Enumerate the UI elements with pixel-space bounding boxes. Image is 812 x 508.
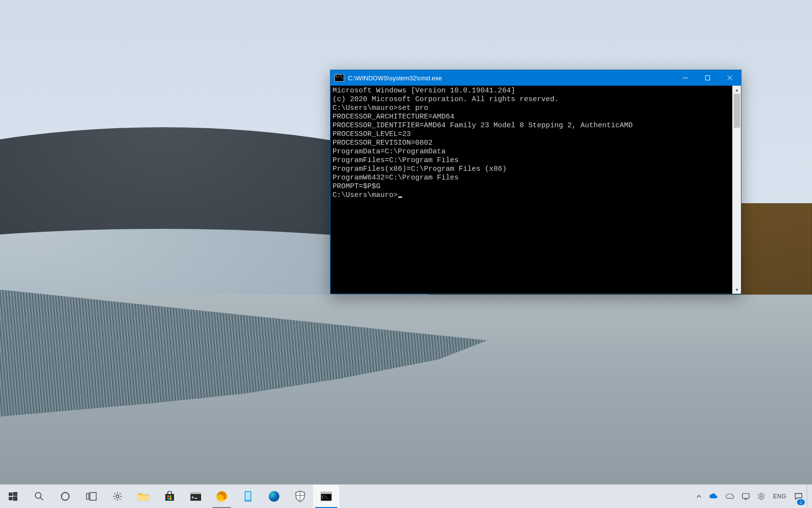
svg-rect-12 [167,495,169,497]
terminal-line: ProgramData=C:\ProgramData [333,148,730,156]
taskbar-item-task-view[interactable] [78,485,104,508]
svg-point-6 [61,493,69,500]
taskbar[interactable]: CANC:\_ ENG 2 [0,484,812,508]
taskbar-item-terminal-pinned[interactable] [183,485,209,508]
taskbar-item-search[interactable] [26,485,52,508]
cmd-app-icon [334,74,344,82]
scroll-down-button[interactable]: ▾ [733,285,741,294]
system-tray[interactable]: ENG 2 [693,485,812,508]
edge-canary-icon: CAN [216,491,228,502]
taskbar-item-microsoft-store[interactable] [157,485,183,508]
svg-text:CAN: CAN [220,498,227,502]
terminal-cursor [398,196,402,198]
store-icon [164,491,175,502]
notification-badge: 2 [797,499,805,505]
taskbar-item-edge[interactable] [261,485,287,508]
edge-icon [268,491,280,502]
circle-icon [60,492,70,501]
window-title: C:\WINDOWS\system32\cmd.exe [348,75,442,82]
action-center-button[interactable]: 2 [790,485,807,508]
terminal-line: ProgramW6432=C:\Program Files [333,174,730,182]
phone-icon [244,491,252,502]
titlebar[interactable]: C:\WINDOWS\system32\cmd.exe [331,70,741,86]
svg-rect-2 [13,492,17,496]
maximize-button[interactable] [696,70,719,86]
taskbar-item-your-phone[interactable] [235,485,261,508]
terminal-prompt[interactable]: C:\Users\mauro> [333,191,730,200]
svg-rect-25 [321,492,332,494]
task-view-icon [86,492,97,501]
settings-tray-icon[interactable] [754,485,769,508]
scroll-track[interactable] [733,94,741,285]
cmd-window[interactable]: C:\WINDOWS\system32\cmd.exe Microsoft Wi… [330,70,741,294]
svg-rect-10 [138,495,149,500]
search-icon [34,492,44,501]
taskbar-item-cortana[interactable] [52,485,78,508]
language-indicator[interactable]: ENG [769,485,790,508]
terminal-line: PROCESSOR_IDENTIFIER=AMD64 Family 23 Mod… [333,121,730,130]
svg-point-22 [247,500,248,501]
svg-point-5 [35,493,41,498]
gear-icon [112,491,123,502]
folder-icon [138,492,149,501]
weather-tray-icon[interactable] [722,485,738,508]
svg-rect-0 [706,76,710,80]
terminal-line: PROCESSOR_LEVEL=23 [333,130,730,139]
terminal-line: Microsoft Windows [Version 10.0.19041.26… [333,87,730,95]
taskbar-item-windows-security[interactable] [287,485,313,508]
svg-rect-28 [744,499,747,500]
tray-overflow-button[interactable] [693,485,705,508]
svg-rect-27 [742,493,749,498]
scroll-up-button[interactable]: ▴ [733,86,741,94]
svg-rect-1 [9,493,13,496]
windows-logo-icon [9,492,17,501]
svg-rect-3 [9,497,13,500]
svg-point-9 [116,495,119,498]
taskbar-item-edge-canary[interactable]: CAN [209,485,235,508]
terminal-line: C:\Users\mauro>set pro [333,104,730,113]
svg-rect-8 [90,493,96,500]
scroll-thumb[interactable] [734,94,740,128]
terminal-icon [190,492,202,501]
terminal-line: PROCESSOR_REVISION=0802 [333,139,730,148]
svg-rect-4 [13,496,17,501]
taskbar-item-start[interactable] [0,485,26,508]
onedrive-tray-icon[interactable] [705,485,722,508]
svg-text:C:\_: C:\_ [322,495,329,499]
svg-point-29 [760,495,762,497]
terminal-line: (c) 2020 Microsoft Corporation. All righ… [333,95,730,104]
svg-rect-13 [170,495,172,497]
svg-rect-14 [167,498,169,500]
terminal-line: PROMPT=$P$G [333,182,730,191]
taskbar-item-cmd[interactable]: C:\_ [313,485,339,508]
svg-rect-17 [190,492,201,494]
minimize-button[interactable] [674,70,696,86]
shield-icon [295,491,305,502]
taskbar-item-file-explorer[interactable] [130,485,157,508]
close-button[interactable] [719,70,741,86]
svg-rect-7 [87,493,89,499]
taskbar-item-settings[interactable] [104,485,130,508]
terminal-line: ProgramFiles=C:\Program Files [333,156,730,165]
terminal-line: PROCESSOR_ARCHITECTURE=AMD64 [333,113,730,121]
terminal-line: ProgramFiles(x86)=C:\Program Files (x86) [333,165,730,174]
cmd-icon: C:\_ [320,492,332,501]
terminal-output[interactable]: Microsoft Windows [Version 10.0.19041.26… [331,86,732,294]
svg-rect-21 [246,492,250,500]
vertical-scrollbar[interactable]: ▴ ▾ [732,86,741,294]
svg-point-23 [269,491,279,502]
svg-rect-15 [170,498,172,500]
cast-tray-icon[interactable] [738,485,754,508]
show-desktop-button[interactable] [807,485,810,508]
